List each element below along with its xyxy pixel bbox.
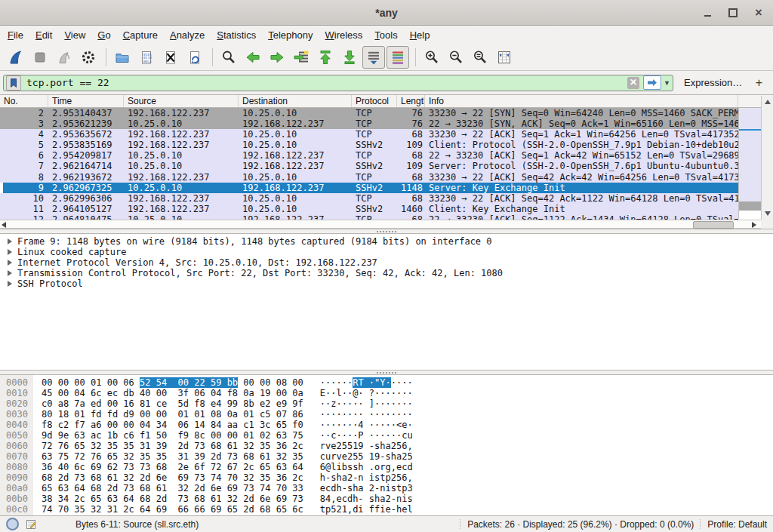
detail-line[interactable]: SSH Protocol (0, 278, 773, 289)
open-file-button[interactable] (111, 46, 134, 69)
capture-comment-icon[interactable] (26, 519, 36, 530)
vertical-scrollbar[interactable] (761, 96, 773, 220)
hex-bytes[interactable]: 72 76 65 32 35 35 31 39 2d 73 68 61 32 3… (42, 441, 303, 451)
profile-button[interactable]: Profile: Default (707, 519, 773, 530)
hex-bytes[interactable]: 74 70 35 32 31 2c 64 69 66 66 69 65 2d 6… (42, 504, 303, 515)
titlebar[interactable]: *any × (0, 0, 773, 26)
packet-row[interactable]: 62.95420981710.25.0.10192.168.122.237TCP… (0, 150, 738, 161)
detail-line[interactable]: Linux cooked capture (0, 247, 773, 257)
hex-ascii[interactable]: ······RT ·"Y····· (320, 377, 413, 388)
menu-analyze[interactable]: Analyze (164, 27, 211, 43)
go-forward-button[interactable] (266, 46, 288, 69)
hex-row[interactable]: 003080 18 01 fd fd d9 00 00 01 01 08 0a … (0, 409, 773, 420)
menu-help[interactable]: Help (404, 27, 436, 43)
packet-row[interactable]: 82.962193672192.168.122.23710.25.0.10TCP… (0, 172, 738, 183)
menu-wireless[interactable]: Wireless (319, 27, 369, 43)
filter-bookmark-button[interactable] (6, 75, 21, 91)
hex-bytes[interactable]: 63 75 72 76 65 32 35 35 31 39 2d 73 68 6… (42, 451, 303, 462)
close-file-button[interactable] (159, 46, 182, 69)
menu-file[interactable]: File (2, 27, 29, 43)
detail-line[interactable]: Internet Protocol Version 4, Src: 10.25.… (0, 257, 773, 268)
save-file-button[interactable]: 010101100011 (135, 46, 158, 69)
packet-row[interactable]: 22.953140437192.168.122.23710.25.0.10TCP… (0, 108, 738, 118)
apply-icon[interactable] (643, 75, 661, 90)
dropdown-caret-icon[interactable]: ▼ (664, 79, 670, 87)
packet-row[interactable]: 32.95362123910.25.0.10192.168.122.237TCP… (0, 118, 738, 129)
menu-telephony[interactable]: Telephony (262, 27, 319, 43)
hex-ascii[interactable]: ecdh-sha 2-nistp3 (320, 483, 413, 494)
hex-ascii[interactable]: h-sha2-n istp256, (320, 472, 413, 483)
hex-ascii[interactable]: ··c····P ······cu (320, 430, 413, 441)
hex-bytes[interactable]: 45 00 04 6c ec db 40 00 3f 06 04 f8 0a 1… (42, 388, 303, 398)
hscroll-thumb[interactable] (693, 221, 734, 229)
hex-bytes[interactable]: 65 63 64 68 2d 73 68 61 32 2d 6e 69 73 7… (42, 483, 303, 494)
go-to-packet-button[interactable] (290, 46, 313, 69)
hex-bytes[interactable]: c0 a8 7a ed 00 16 81 ce 5d f8 e4 99 8b e… (42, 398, 303, 409)
packet-row[interactable]: 112.964105127192.168.122.23710.25.0.10SS… (0, 204, 738, 214)
packet-minimap-scrollbar[interactable] (738, 108, 761, 219)
hex-row[interactable]: 00509d 9e 63 ac 1b c6 f1 50 f9 8c 00 00 … (0, 430, 773, 441)
close-icon[interactable]: × (750, 6, 767, 20)
hex-row[interactable]: 00a065 63 64 68 2d 73 68 61 32 2d 6e 69 … (0, 483, 773, 494)
scroll-right-icon[interactable] (752, 222, 756, 228)
scroll-up-icon[interactable] (762, 96, 773, 108)
hex-bytes[interactable]: 68 2d 73 68 61 32 2d 6e 69 73 74 70 32 3… (42, 472, 303, 483)
maximize-icon[interactable] (725, 6, 741, 20)
hex-bytes[interactable]: 9d 9e 63 ac 1b c6 f1 50 f9 8c 00 00 01 0… (42, 430, 303, 441)
hex-row[interactable]: 0040f8 c2 f7 a6 00 00 04 34 06 14 84 aa … (0, 420, 773, 430)
go-back-button[interactable] (242, 46, 264, 69)
column-header-info[interactable]: Info (425, 95, 738, 107)
hex-ascii[interactable]: ··z····· ]······· (320, 398, 413, 409)
hex-row[interactable]: 00c074 70 35 32 31 2c 64 69 66 66 69 65 … (0, 504, 773, 515)
hex-ascii[interactable]: 84,ecdh- sha2-nis (320, 494, 413, 504)
packet-row[interactable]: 52.953835169192.168.122.23710.25.0.10SSH… (0, 140, 738, 150)
zoom-in-button[interactable] (420, 46, 443, 69)
hex-bytes[interactable]: f8 c2 f7 a6 00 00 04 34 06 14 84 aa c1 3… (42, 420, 303, 430)
clear-icon[interactable]: ✕ (627, 77, 639, 89)
hex-ascii[interactable]: curve255 19-sha25 (320, 451, 413, 462)
add-filter-button[interactable]: + (751, 76, 767, 90)
filter-text[interactable]: tcp.port == 22 (26, 77, 627, 88)
hex-row[interactable]: 001045 00 04 6c ec db 40 00 3f 06 04 f8 … (0, 388, 773, 398)
menu-go[interactable]: Go (91, 27, 116, 43)
hex-row[interactable]: 009068 2d 73 68 61 32 2d 6e 69 73 74 70 … (0, 472, 773, 483)
go-bottom-button[interactable] (338, 46, 361, 69)
packet-row[interactable]: 92.96296732510.25.0.10192.168.122.237SSH… (0, 183, 738, 193)
hex-bytes[interactable]: 80 18 01 fd fd d9 00 00 01 01 08 0a 01 c… (42, 409, 303, 420)
column-header-protocol[interactable]: Protocol (352, 95, 397, 107)
hex-row[interactable]: 00b038 34 2c 65 63 64 68 2d 73 68 61 32 … (0, 494, 773, 504)
column-header-length[interactable]: Length (397, 95, 425, 107)
hex-ascii[interactable]: tp521,di ffie-hel (320, 504, 413, 515)
packet-row[interactable]: 42.953635672192.168.122.23710.25.0.10TCP… (0, 129, 738, 140)
expand-triangle-icon[interactable] (8, 270, 12, 276)
expand-triangle-icon[interactable] (8, 249, 12, 255)
hex-ascii[interactable]: 6@libssh .org,ecd (320, 462, 413, 472)
colorize-button[interactable] (386, 46, 409, 69)
hex-ascii[interactable]: ········ ········ (320, 409, 413, 420)
hex-ascii[interactable]: rve25519 -sha256, (320, 441, 413, 451)
hex-bytes[interactable]: 36 40 6c 69 62 73 73 68 2e 6f 72 67 2c 6… (42, 462, 303, 472)
hex-bytes[interactable]: 00 00 00 01 00 06 52 54 00 22 59 bb 00 0… (42, 377, 303, 388)
display-filter-input[interactable]: tcp.port == 22 ✕ ▼ (3, 75, 673, 91)
capture-options-button[interactable] (77, 46, 100, 69)
start-capture-button[interactable] (5, 46, 27, 69)
hex-row[interactable]: 007063 75 72 76 65 32 35 35 31 39 2d 73 … (0, 451, 773, 462)
menu-tools[interactable]: Tools (368, 27, 403, 43)
go-top-button[interactable] (314, 46, 337, 69)
menu-edit[interactable]: Edit (29, 27, 58, 43)
packet-row[interactable]: 72.96216471410.25.0.10192.168.122.237SSH… (0, 161, 738, 171)
menu-view[interactable]: View (58, 27, 91, 43)
menu-statistics[interactable]: Statistics (211, 27, 262, 43)
scroll-left-icon[interactable] (2, 222, 6, 228)
packet-row[interactable]: 122.96481047510.25.0.10192.168.122.237TC… (0, 214, 738, 220)
hex-ascii[interactable]: E··l··@· ?······· (320, 388, 413, 398)
expert-info-icon[interactable] (6, 518, 19, 530)
detail-line[interactable]: Frame 9: 1148 bytes on wire (9184 bits),… (0, 236, 773, 247)
expand-triangle-icon[interactable] (8, 260, 12, 266)
resize-columns-button[interactable] (493, 46, 516, 69)
pane-splitter[interactable] (0, 229, 773, 234)
column-header-no[interactable]: No. (0, 95, 48, 107)
hex-ascii[interactable]: ·······4 ·····<e· (320, 420, 413, 430)
menu-capture[interactable]: Capture (117, 27, 164, 43)
column-header-time[interactable]: Time (48, 95, 124, 107)
